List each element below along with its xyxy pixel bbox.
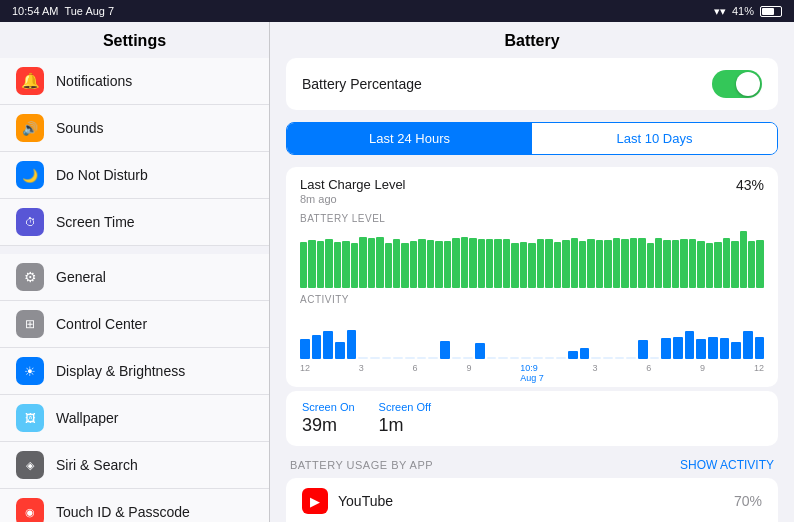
usage-title: BATTERY USAGE BY APP xyxy=(290,459,433,471)
usage-header: BATTERY USAGE BY APP SHOW ACTIVITY xyxy=(286,458,778,472)
detail-pane: Battery Battery Percentage Last 24 Hours… xyxy=(270,22,794,522)
battery-percentage-toggle[interactable] xyxy=(712,70,762,98)
sidebar-item-screen-time[interactable]: ⏱ Screen Time xyxy=(0,199,269,246)
activity-chart xyxy=(300,309,764,359)
battery-chart xyxy=(300,228,764,288)
general-label: General xyxy=(56,269,106,285)
show-activity-button[interactable]: SHOW ACTIVITY xyxy=(680,458,774,472)
sidebar-item-general[interactable]: ⚙ General xyxy=(0,254,269,301)
status-time: 10:54 AM Tue Aug 7 xyxy=(12,5,114,17)
touch-id-label: Touch ID & Passcode xyxy=(56,504,190,520)
chart-axis: 1236910:9Aug 736912 xyxy=(300,363,764,383)
charge-label: Last Charge Level xyxy=(300,177,406,192)
sounds-label: Sounds xyxy=(56,120,103,136)
sidebar-item-touch-id[interactable]: ◉ Touch ID & Passcode xyxy=(0,489,269,522)
wifi-icon: ▾▾ xyxy=(714,5,726,18)
screen-stats: Screen On 39m Screen Off 1m xyxy=(286,391,778,446)
youtube-icon: ▶ xyxy=(302,488,328,514)
siri-icon: ◈ xyxy=(16,451,44,479)
list-item: ▶ YouTube 70% xyxy=(286,478,778,522)
battery-level-label: BATTERY LEVEL xyxy=(300,213,764,224)
control-center-label: Control Center xyxy=(56,316,147,332)
siri-label: Siri & Search xyxy=(56,457,138,473)
activity-label: ACTIVITY xyxy=(300,294,764,305)
charge-sub: 8m ago xyxy=(300,193,406,205)
main-container: Settings 🔔 Notifications 🔊 Sounds 🌙 Do N… xyxy=(0,22,794,522)
sidebar-title: Settings xyxy=(0,22,269,58)
display-label: Display & Brightness xyxy=(56,363,185,379)
status-right: ▾▾ 41% xyxy=(714,5,782,18)
status-bar: 10:54 AM Tue Aug 7 ▾▾ 41% xyxy=(0,0,794,22)
battery-percentage-label: Battery Percentage xyxy=(302,76,422,92)
charge-info: Last Charge Level 8m ago 43% BATTERY LEV… xyxy=(286,167,778,387)
screen-on-value: 39m xyxy=(302,415,355,436)
sounds-icon: 🔊 xyxy=(16,114,44,142)
notifications-icon: 🔔 xyxy=(16,67,44,95)
segment-control: Last 24 Hours Last 10 Days xyxy=(286,122,778,155)
youtube-name: YouTube xyxy=(338,493,724,509)
sidebar-item-control-center[interactable]: ⊞ Control Center xyxy=(0,301,269,348)
touch-id-icon: ◉ xyxy=(16,498,44,522)
sidebar: Settings 🔔 Notifications 🔊 Sounds 🌙 Do N… xyxy=(0,22,270,522)
screen-off-block: Screen Off 1m xyxy=(379,401,431,436)
sidebar-item-do-not-disturb[interactable]: 🌙 Do Not Disturb xyxy=(0,152,269,199)
battery-percentage-row: Battery Percentage xyxy=(286,58,778,110)
control-center-icon: ⊞ xyxy=(16,310,44,338)
general-icon: ⚙ xyxy=(16,263,44,291)
screen-on-block: Screen On 39m xyxy=(302,401,355,436)
battery-icon xyxy=(760,6,782,17)
screen-off-title: Screen Off xyxy=(379,401,431,413)
wallpaper-icon: 🖼 xyxy=(16,404,44,432)
sidebar-item-wallpaper[interactable]: 🖼 Wallpaper xyxy=(0,395,269,442)
segment-10days[interactable]: Last 10 Days xyxy=(532,123,777,154)
charge-percent: 43% xyxy=(736,177,764,193)
detail-title: Battery xyxy=(270,22,794,58)
screen-off-value: 1m xyxy=(379,415,431,436)
segment-24hours[interactable]: Last 24 Hours xyxy=(287,123,532,154)
sidebar-item-display[interactable]: ☀ Display & Brightness xyxy=(0,348,269,395)
screen-time-label: Screen Time xyxy=(56,214,135,230)
dnd-label: Do Not Disturb xyxy=(56,167,148,183)
detail-section: Battery Percentage Last 24 Hours Last 10… xyxy=(270,58,794,522)
screen-time-icon: ⏱ xyxy=(16,208,44,236)
display-icon: ☀ xyxy=(16,357,44,385)
sidebar-item-notifications[interactable]: 🔔 Notifications xyxy=(0,58,269,105)
notifications-label: Notifications xyxy=(56,73,132,89)
wallpaper-label: Wallpaper xyxy=(56,410,119,426)
sidebar-item-siri[interactable]: ◈ Siri & Search xyxy=(0,442,269,489)
dnd-icon: 🌙 xyxy=(16,161,44,189)
toggle-knob xyxy=(736,72,760,96)
youtube-pct: 70% xyxy=(734,493,762,509)
screen-on-title: Screen On xyxy=(302,401,355,413)
battery-text: 41% xyxy=(732,5,754,17)
usage-list: ▶ YouTube 70% ⌂ Home & Lock Screen 11% O… xyxy=(286,478,778,522)
sidebar-item-sounds[interactable]: 🔊 Sounds xyxy=(0,105,269,152)
